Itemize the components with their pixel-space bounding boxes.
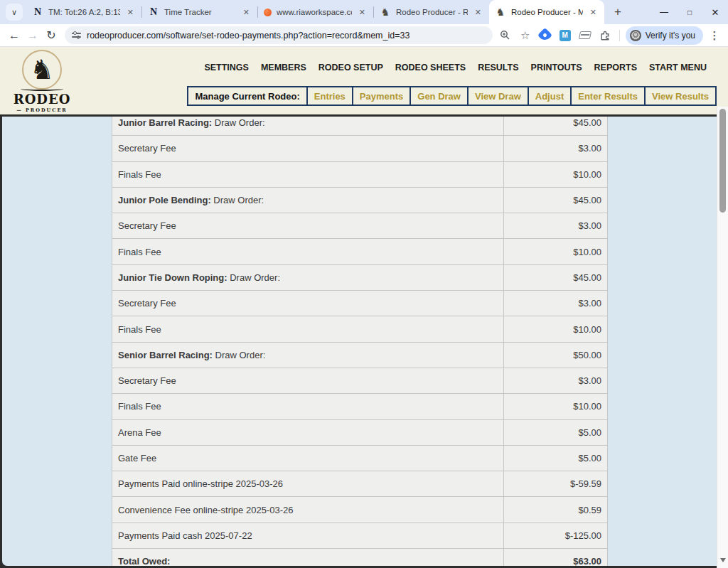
nav-settings[interactable]: SETTINGS <box>204 63 249 73</box>
close-icon[interactable]: ✕ <box>125 6 136 18</box>
enter-results-button[interactable]: Enter Results <box>572 87 646 105</box>
riaworkspace-icon <box>264 9 272 16</box>
tab-time-tracker[interactable]: N Time Tracker ✕ <box>142 0 257 24</box>
nav-printouts[interactable]: PRINTOUTS <box>531 63 582 73</box>
fee-description: Secretary Fee <box>112 220 503 231</box>
close-icon[interactable]: ✕ <box>357 6 368 18</box>
fee-description: Finals Fee <box>112 247 503 257</box>
tab-rodeo-producer-active[interactable]: ♞ Rodeo Producer - Manag ✕ <box>489 0 604 24</box>
fee-description: Payments Paid cash 2025-07-22 <box>112 530 503 541</box>
payments-button[interactable]: Payments <box>353 87 411 105</box>
table-row: Secretary Fee $3.00 <box>112 136 607 161</box>
fee-label: Secretary Fee <box>118 375 176 386</box>
vertical-scrollbar[interactable] <box>717 107 728 568</box>
extensions-puzzle-icon[interactable] <box>596 27 614 44</box>
verify-its-you-button[interactable]: Verify it's you <box>626 26 703 45</box>
fee-description: Junior Tie Down Roping: Draw Order: <box>112 272 503 283</box>
fee-description: Senior Barrel Racing: Draw Order: <box>112 350 503 360</box>
fee-amount: $10.00 <box>503 239 607 264</box>
back-button[interactable]: ← <box>5 26 23 45</box>
table-row: Junior Barrel Racing: Draw Order: $45.00 <box>112 117 607 136</box>
scrollbar-thumb[interactable] <box>719 109 726 213</box>
tab-title: TM: Tot:26 A:2, B:13, C:10 <box>48 8 120 16</box>
url-text[interactable]: rodeoproducer.com/software/set-rodeo-pay… <box>87 31 410 41</box>
nav-rodeo-setup[interactable]: RODEO SETUP <box>318 63 383 73</box>
new-tab-button[interactable]: + <box>609 3 627 21</box>
wallet-extension-icon[interactable] <box>577 27 594 44</box>
table-row: Finals Fee $10.00 <box>112 162 607 188</box>
content-frame: Junior Barrel Racing: Draw Order: $45.00… <box>0 114 717 568</box>
address-bar-icons: ☆ M Verify it's you ⋮ <box>497 26 723 45</box>
lasso-rope-icon <box>21 87 63 91</box>
table-row: Junior Tie Down Roping: Draw Order: $45.… <box>112 265 607 291</box>
close-window-button[interactable]: ✕ <box>702 0 728 24</box>
view-draw-button[interactable]: View Draw <box>469 87 529 105</box>
close-icon[interactable]: ✕ <box>588 6 599 18</box>
nav-rodeo-sheets[interactable]: RODEO SHEETS <box>395 63 466 73</box>
gen-draw-button[interactable]: Gen Draw <box>411 87 469 105</box>
wallet-icon <box>579 31 592 39</box>
tag-icon <box>537 28 552 43</box>
address-bar[interactable]: rodeoproducer.com/software/set-rodeo-pay… <box>65 26 493 44</box>
tab-tm-tracker[interactable]: N TM: Tot:26 A:2, B:13, C:10 ✕ <box>26 0 141 24</box>
view-results-button[interactable]: View Results <box>646 87 715 105</box>
event-name: Junior Barrel Racing: <box>118 117 212 128</box>
event-name: Junior Pole Bending: <box>118 195 211 205</box>
refresh-button[interactable]: ↻ <box>42 26 60 45</box>
fee-label: Gate Fee <box>118 453 156 463</box>
close-icon: ✕ <box>712 7 719 18</box>
maximize-button[interactable]: □ <box>677 0 702 24</box>
m-extension-icon[interactable]: M <box>557 27 574 44</box>
fee-description: Secretary Fee <box>112 375 503 386</box>
tab-riaworkspace[interactable]: www.riaworkspace.com: ✕ <box>258 0 373 24</box>
event-name: Total Owed: <box>118 556 170 566</box>
minimize-button[interactable]: — <box>651 0 677 24</box>
fee-label: Draw Order: <box>228 272 280 283</box>
tab-rodeo-producer-1[interactable]: ♞ Rodeo Producer - Rodeo ✕ <box>374 0 489 24</box>
bookmark-star-icon[interactable]: ☆ <box>517 27 534 44</box>
nav-reports[interactable]: REPORTS <box>594 63 637 73</box>
nav-start-menu[interactable]: START MENU <box>649 63 707 73</box>
profile-avatar-icon <box>630 30 641 41</box>
adjust-button[interactable]: Adjust <box>529 87 572 105</box>
tab-search-button[interactable]: ∨ <box>6 4 23 21</box>
table-row: Secretary Fee $3.00 <box>112 368 607 394</box>
table-row: Gate Fee $5.00 <box>112 446 607 471</box>
tab-title: www.riaworkspace.com: <box>277 8 352 16</box>
forward-button[interactable]: → <box>23 26 42 45</box>
fee-label: Draw Order: <box>212 117 264 128</box>
fee-description: Junior Pole Bending: Draw Order: <box>112 195 503 205</box>
fee-label: Draw Order: <box>213 350 265 360</box>
fee-amount: $5.00 <box>503 420 607 445</box>
fee-amount: $0.59 <box>503 497 607 522</box>
fee-amount: $50.00 <box>503 343 607 368</box>
tab-strip: ∨ N TM: Tot:26 A:2, B:13, C:10 ✕ N Time … <box>0 0 728 24</box>
entries-button[interactable]: Entries <box>308 87 353 105</box>
back-icon: ← <box>9 29 20 42</box>
event-name: Senior Barrel Racing: <box>118 350 213 360</box>
fee-description: Total Owed: <box>112 556 503 566</box>
fee-label: Finals Fee <box>118 324 161 335</box>
table-row: Junior Pole Bending: Draw Order: $45.00 <box>112 188 607 213</box>
fee-amount: $10.00 <box>503 394 607 419</box>
chevron-down-icon: ∨ <box>11 8 17 17</box>
window-controls: — □ ✕ <box>651 0 728 24</box>
table-row: Secretary Fee $3.00 <box>112 213 607 239</box>
table-row: Payments Paid online-stripe 2025-03-26 $… <box>112 471 607 497</box>
tag-extension-icon[interactable] <box>537 27 554 44</box>
nav-results[interactable]: RESULTS <box>478 63 518 73</box>
fee-description: Convenience Fee online-stripe 2025-03-26 <box>112 505 503 515</box>
fee-description: Secretary Fee <box>112 143 503 154</box>
nav-members[interactable]: MEMBERS <box>261 63 306 73</box>
scroll-down-arrow-icon[interactable] <box>720 558 726 565</box>
rodeo-producer-logo[interactable]: ♞ RODEO — PRODUCER — <box>13 50 71 119</box>
close-icon[interactable]: ✕ <box>241 6 252 18</box>
fee-amount: $45.00 <box>503 188 607 213</box>
site-settings-icon[interactable] <box>72 31 81 39</box>
browser-menu-button[interactable]: ⋮ <box>706 27 723 44</box>
fee-description: Arena Fee <box>112 427 503 438</box>
close-icon[interactable]: ✕ <box>473 6 483 18</box>
zoom-icon[interactable] <box>497 27 514 44</box>
fee-amount: $10.00 <box>503 162 607 187</box>
fee-amount: $-59.59 <box>503 471 607 496</box>
